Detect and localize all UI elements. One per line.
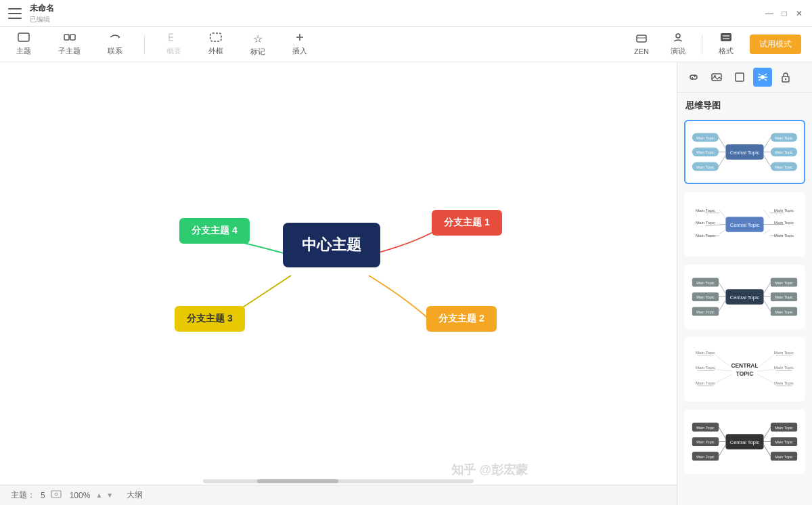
insert-icon	[294, 32, 306, 45]
window-close[interactable]: ✕	[794, 9, 804, 18]
zoom-up-icon[interactable]: ▲	[95, 491, 102, 499]
svg-line-51	[764, 155, 771, 167]
svg-text:Main Topic: Main Topic	[775, 455, 793, 459]
svg-text:Main Topic: Main Topic	[775, 136, 793, 140]
subtopic-icon	[64, 32, 76, 45]
branch-1-label: 分支主题 1	[444, 217, 490, 227]
svg-text:Main Topic: Main Topic	[775, 295, 793, 299]
toolbar-insert[interactable]: 插入	[287, 30, 313, 59]
outer-icon	[210, 32, 222, 45]
template-card-5[interactable]: Central Topic Main Topic Main Topic Main…	[684, 410, 805, 474]
toolbar-center: 主题 子主题 联系 概要 外框 ☆	[11, 30, 313, 60]
center-node[interactable]: 中心主题	[283, 223, 380, 267]
template-card-4[interactable]: CENTRAL TOPIC Main Topic Main Topic Main…	[684, 337, 805, 401]
topic-icon	[18, 32, 30, 45]
template-card-3[interactable]: Central Topic Main Topic Main Topic Main…	[684, 265, 805, 329]
topic-count: 5	[41, 491, 45, 500]
svg-text:Main Topic: Main Topic	[775, 440, 793, 444]
zoom-down-icon[interactable]: ▼	[106, 491, 113, 499]
scrollbar-thumb[interactable]	[257, 479, 338, 483]
svg-text:Main Topic: Main Topic	[696, 366, 715, 370]
relation-label: 联系	[108, 46, 122, 56]
svg-line-129	[764, 445, 771, 456]
main-area: 中心主题 分支主题 1 分支主题 2 分支主题 3 分支主题 4 主题： 5	[0, 62, 812, 505]
svg-line-27	[759, 74, 761, 75]
toolbar-divider-2	[702, 35, 702, 55]
svg-rect-22	[736, 73, 744, 81]
svg-point-31	[785, 79, 786, 80]
svg-text:Main Topic: Main Topic	[696, 150, 715, 154]
svg-rect-9	[210, 33, 221, 41]
try-mode-button[interactable]: 试用模式	[750, 35, 801, 54]
format-label: 格式	[719, 46, 734, 56]
panel-section-title: 思维导图	[677, 93, 812, 116]
zen-label: ZEN	[634, 47, 649, 56]
toolbar-summary[interactable]: 概要	[161, 30, 187, 59]
template-card-1[interactable]: Central Topic Main Topic Main Topic Main…	[684, 120, 805, 184]
branch-node-3[interactable]: 分支主题 3	[175, 306, 245, 332]
svg-line-104	[714, 353, 732, 368]
subtopic-label: 子主题	[58, 46, 81, 56]
window-minimize[interactable]: —	[765, 9, 774, 18]
connections-svg	[0, 62, 677, 505]
toolbar-zen[interactable]: ZEN	[629, 31, 654, 58]
toolbar-outer[interactable]: 外框	[203, 30, 229, 59]
panel-link-icon[interactable]	[684, 68, 703, 87]
view-mode[interactable]: 大纲	[127, 489, 143, 501]
svg-point-19	[55, 493, 58, 496]
svg-text:TOPIC: TOPIC	[736, 370, 754, 377]
watermark: 知乎 @彭宏蒙	[451, 462, 528, 478]
svg-line-69	[764, 229, 770, 234]
svg-text:Main Topic: Main Topic	[774, 381, 794, 385]
center-node-label: 中心主题	[302, 236, 361, 253]
svg-text:Main Topic: Main Topic	[696, 440, 715, 444]
svg-rect-18	[51, 491, 61, 498]
template-4-preview: CENTRAL TOPIC Main Topic Main Topic Main…	[691, 344, 798, 395]
toolbar-topic[interactable]: 主题	[11, 30, 37, 59]
toolbar-format[interactable]: 格式	[713, 30, 739, 59]
menu-icon[interactable]	[8, 8, 22, 19]
svg-line-105	[714, 370, 732, 372]
svg-text:Main Topic: Main Topic	[696, 455, 715, 459]
toolbar-subtopic[interactable]: 子主题	[53, 30, 86, 59]
panel-image-icon[interactable]	[707, 68, 726, 87]
insert-label: 插入	[292, 46, 307, 56]
panel-mindmap-icon[interactable]	[753, 68, 772, 87]
toolbar-present[interactable]: 演说	[665, 30, 691, 59]
toolbar-mark[interactable]: ☆ 标记	[245, 30, 271, 60]
svg-line-29	[759, 79, 761, 81]
canvas-area[interactable]: 中心主题 分支主题 1 分支主题 2 分支主题 3 分支主题 4 主题： 5	[0, 62, 677, 505]
horizontal-scrollbar[interactable]	[203, 479, 474, 483]
svg-text:Main Topic: Main Topic	[775, 310, 793, 314]
branch-node-4[interactable]: 分支主题 4	[179, 218, 250, 244]
summary-icon	[168, 32, 180, 45]
svg-text:Central Topic: Central Topic	[730, 222, 760, 228]
window-maximize[interactable]: □	[780, 9, 789, 18]
panel-shape-icon[interactable]	[730, 68, 749, 87]
template-1-preview: Central Topic Main Topic Main Topic Main…	[691, 127, 798, 177]
outer-label: 外框	[208, 46, 223, 56]
svg-line-127	[764, 427, 771, 439]
window-controls: — □ ✕	[765, 9, 804, 18]
svg-text:Main Topic: Main Topic	[696, 310, 715, 314]
title-group: 未命名 已编辑	[30, 3, 54, 24]
toolbar-relation[interactable]: 联系	[102, 30, 128, 59]
branch-node-2[interactable]: 分支主题 2	[426, 306, 497, 332]
svg-rect-15	[721, 33, 731, 41]
svg-rect-1	[64, 35, 69, 40]
template-card-2[interactable]: Central Topic Main Topic Main Topic Main…	[684, 192, 805, 257]
status-bar: 主题： 5 100% ▲ ▼ 大纲	[0, 485, 677, 505]
branch-2-label: 分支主题 2	[438, 313, 484, 324]
panel-lock-icon[interactable]	[776, 68, 795, 87]
present-icon	[672, 32, 684, 45]
app-subtitle: 已编辑	[30, 15, 54, 24]
present-label: 演说	[671, 46, 685, 56]
svg-line-26	[765, 74, 767, 75]
svg-line-49	[764, 137, 771, 149]
toolbar-right: ZEN 演说 格式 试用模式	[629, 30, 801, 59]
svg-text:Main Topic: Main Topic	[696, 426, 715, 430]
svg-text:Main Topic: Main Topic	[696, 208, 715, 213]
right-panel: 思维导图 Central Topic Main Topic Main Topic…	[677, 62, 812, 505]
branch-node-1[interactable]: 分支主题 1	[432, 210, 502, 236]
svg-line-106	[714, 374, 732, 384]
